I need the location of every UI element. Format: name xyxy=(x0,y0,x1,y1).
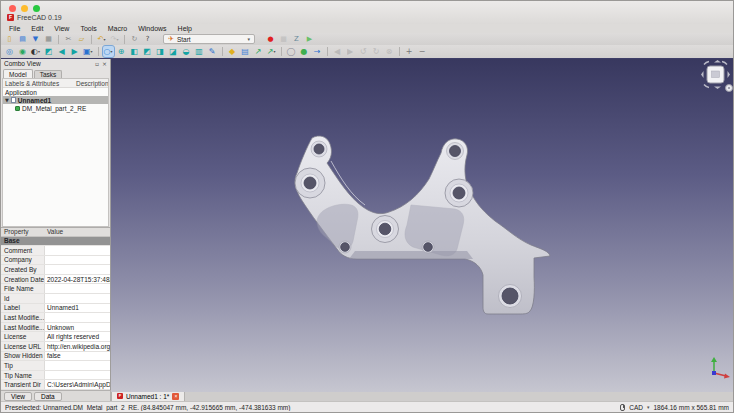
menu-item[interactable]: Windows xyxy=(138,25,166,32)
menu-item[interactable]: File xyxy=(9,25,20,32)
3d-scene[interactable] xyxy=(111,59,734,392)
app-title: F FreeCAD 0.19 xyxy=(7,14,62,21)
zoom-in-icon[interactable]: + xyxy=(404,46,415,57)
Tip[interactable]: Tip xyxy=(1,361,110,371)
view-right-icon[interactable]: ◨ xyxy=(155,46,166,57)
save-icon[interactable]: ▼ xyxy=(30,34,41,45)
sync-selection-icon[interactable]: ↻ xyxy=(371,46,382,57)
axis-cross-icon[interactable]: ⊕ xyxy=(116,46,127,57)
paste-icon[interactable]: ▱ xyxy=(76,34,87,45)
status-bar: Preselected: Unnamed.DM_Metal_part_2_RE.… xyxy=(1,401,733,412)
labels-attributes-header: Labels & Attributes xyxy=(3,80,76,87)
File Name[interactable]: File Name xyxy=(1,284,110,294)
macro-edit-icon[interactable]: Z xyxy=(291,34,302,45)
measure-distance-icon[interactable]: ✎ xyxy=(207,46,218,57)
Company[interactable]: Company xyxy=(1,256,110,266)
close-panel-icon[interactable]: × xyxy=(102,60,107,67)
fit-all-icon[interactable]: ◎ xyxy=(4,46,15,57)
prev-selection-icon[interactable]: ◀ xyxy=(332,46,343,57)
close-tab-icon[interactable]: × xyxy=(172,393,179,400)
Created By[interactable]: Created By xyxy=(1,265,110,275)
link-navigate-icon[interactable]: ▣▾ xyxy=(82,46,94,57)
combo-tab[interactable]: Model xyxy=(3,69,33,78)
Comment[interactable]: Comment xyxy=(1,246,110,256)
Creation Date[interactable]: Creation Date 2022-04-28T15:37:48Z xyxy=(1,275,110,285)
refresh-icon[interactable]: ↻ xyxy=(129,34,140,45)
document-tab-label: Unnamed1 : 1* xyxy=(126,393,169,400)
Last Modifie...[interactable]: Last Modifie... xyxy=(1,313,110,323)
macro-run-icon[interactable]: ▶ xyxy=(304,34,315,45)
fit-selection-icon[interactable]: ◉ xyxy=(17,46,28,57)
new-file-icon[interactable]: ▯ xyxy=(4,34,15,45)
cut-icon[interactable]: ✂ xyxy=(63,34,74,45)
view-rear-icon[interactable]: ◪ xyxy=(168,46,179,57)
Id[interactable]: Id xyxy=(1,294,110,304)
stop-icon[interactable]: ⊗ xyxy=(384,46,395,57)
document-tab[interactable]: F Unnamed1 : 1* × xyxy=(111,391,185,401)
tree-item-part[interactable]: DM_Metal_part_2_RE xyxy=(3,104,108,112)
view-front-icon[interactable]: ◧ xyxy=(129,46,140,57)
freecad-window: F FreeCAD 0.19 File Edit View Tools Macr… xyxy=(0,0,734,413)
clipping-plane-icon[interactable]: ◯ xyxy=(286,46,297,57)
make-sub-link-icon[interactable]: ↗▾ xyxy=(266,46,277,57)
License URL[interactable]: License URL http://en.wikipedia.org/wi..… xyxy=(1,342,110,352)
make-link-icon[interactable]: ↗ xyxy=(253,46,264,57)
tree-column-headers[interactable]: Labels & Attributes Description xyxy=(3,79,108,88)
undo-icon[interactable]: ↶▾ xyxy=(96,34,107,45)
navigation-style-selector[interactable]: CAD xyxy=(629,404,643,411)
maximize-window-button[interactable] xyxy=(33,5,40,12)
boss-right xyxy=(445,179,473,207)
hole-right-tip xyxy=(447,143,464,160)
combo-tab[interactable]: Tasks xyxy=(34,70,63,78)
workbench-selector[interactable]: ✈ Start ▾ xyxy=(163,34,255,44)
menu-item[interactable]: Help xyxy=(178,25,192,32)
isometric-view-icon[interactable]: ◩ xyxy=(43,46,54,57)
next-selection-icon[interactable]: ▶ xyxy=(345,46,356,57)
menu-item[interactable]: Edit xyxy=(31,25,43,32)
print-icon[interactable]: ▦ xyxy=(43,34,54,45)
Show Hidden[interactable]: Show Hidden false xyxy=(1,352,110,362)
close-window-button[interactable] xyxy=(9,5,16,12)
toolbar-separator xyxy=(222,47,223,56)
Tip Name[interactable]: Tip Name xyxy=(1,371,110,381)
view-forward-icon[interactable]: ▶ xyxy=(69,46,80,57)
view-back-icon[interactable]: ◀ xyxy=(56,46,67,57)
property-tab[interactable]: View xyxy=(4,392,32,401)
chevron-down-icon[interactable]: ▾ xyxy=(647,404,650,410)
draw-style-icon[interactable]: ◐▾ xyxy=(30,46,41,57)
redo-icon[interactable]: ↷▾ xyxy=(109,34,120,45)
menu-item[interactable]: View xyxy=(54,25,69,32)
view-bottom-icon[interactable]: ◒ xyxy=(181,46,192,57)
combo-view-title: Combo View xyxy=(4,60,92,67)
zoom-out-icon[interactable]: − xyxy=(417,46,428,57)
workbench-selected-label: Start xyxy=(177,36,191,43)
navigate-icon[interactable]: → xyxy=(312,46,323,57)
group-folder-icon[interactable]: ▤ xyxy=(240,46,251,57)
document-icon xyxy=(11,97,16,103)
whatsthis-icon[interactable]: ? xyxy=(142,34,153,45)
sync-view-icon[interactable]: ↺ xyxy=(358,46,369,57)
part-simple-icon[interactable]: ◆ xyxy=(227,46,238,57)
tree-item-document[interactable]: ▼ Unnamed1 xyxy=(3,96,108,104)
macro-record-icon[interactable]: ● xyxy=(265,34,276,45)
minimize-window-button[interactable] xyxy=(21,5,28,12)
Label[interactable]: Label Unnamed1 xyxy=(1,304,110,314)
box-zoom-icon[interactable]: ○▾ xyxy=(103,46,114,57)
License[interactable]: License All rights reserved xyxy=(1,332,110,342)
open-folder-icon[interactable]: ▤ xyxy=(17,34,28,45)
Transient Dir[interactable]: Transient Dir C:\Users\Admin\AppDat... xyxy=(1,380,110,390)
Last Modifie...[interactable]: Last Modifie... Unknown xyxy=(1,323,110,333)
texture-mapping-icon[interactable]: ● xyxy=(299,46,310,57)
hole-bottom-tab xyxy=(499,285,522,308)
macro-stop-icon[interactable]: ■ xyxy=(278,34,289,45)
view-top-icon[interactable]: ◩ xyxy=(142,46,153,57)
3d-viewport[interactable] xyxy=(111,59,733,390)
menu-item[interactable]: Tools xyxy=(80,25,96,32)
expander-icon[interactable]: ▼ xyxy=(5,97,9,103)
property-tab[interactable]: Data xyxy=(34,392,62,401)
float-panel-icon[interactable]: ▫ xyxy=(95,60,99,67)
Base[interactable]: Base xyxy=(1,237,110,247)
view-left-icon[interactable]: ▥ xyxy=(194,46,205,57)
view-dimensions: 1864.16 mm x 565.81 mm xyxy=(653,404,729,411)
menu-item[interactable]: Macro xyxy=(108,25,127,32)
